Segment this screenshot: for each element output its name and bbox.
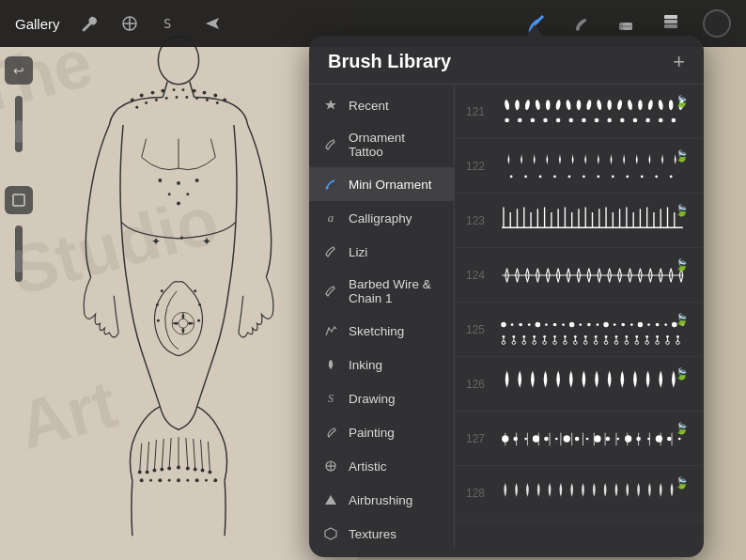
svg-point-248	[594, 435, 600, 442]
category-item-sketching[interactable]: Sketching	[309, 314, 454, 348]
svg-point-102	[616, 99, 622, 110]
lizi-icon	[322, 243, 339, 260]
svg-rect-6	[664, 24, 677, 28]
panel-caret	[525, 24, 544, 38]
brush-preview-item-121[interactable]: 121 🍃	[455, 85, 704, 139]
svg-point-26	[176, 96, 179, 99]
svg-point-120	[645, 117, 650, 122]
opacity-slider[interactable]	[15, 96, 23, 152]
svg-point-112	[543, 117, 548, 122]
svg-point-103	[627, 99, 632, 110]
svg-marker-78	[325, 100, 336, 110]
brush-panel-body: RecentOrnament TattooMini OrnamentaCalli…	[309, 85, 704, 550]
svg-point-115	[582, 117, 586, 122]
brush-leaf-icon-122: 🍃	[675, 149, 689, 163]
toolbar-left: Gallery S	[15, 10, 511, 37]
brush-preview-item-126[interactable]: 126 🍃	[455, 357, 704, 412]
svg-point-27	[185, 96, 188, 99]
modify-icon[interactable]	[117, 10, 143, 37]
svg-text:✦: ✦	[179, 234, 185, 242]
svg-line-57	[208, 442, 210, 471]
brush-leaf-icon-126: 🍃	[675, 367, 689, 381]
svg-point-256	[678, 437, 681, 440]
canvas-inner[interactable]: The Studio Art	[0, 0, 357, 560]
category-item-drawing[interactable]: SDrawing	[309, 381, 454, 415]
undo-tool[interactable]: ↩	[5, 56, 33, 85]
category-item-textures[interactable]: Textures	[309, 517, 454, 550]
svg-point-67	[208, 470, 211, 474]
svg-point-68	[140, 478, 144, 482]
svg-point-13	[140, 94, 144, 98]
svg-point-105	[647, 99, 653, 110]
drawing-icon: S	[322, 390, 339, 407]
arrow-icon[interactable]	[199, 10, 225, 37]
calligraphy-icon: a	[322, 210, 339, 226]
svg-point-109	[505, 117, 509, 122]
svg-point-16	[173, 88, 176, 91]
svg-point-92	[515, 100, 520, 110]
brush-stroke-126: 🍃	[492, 364, 692, 405]
svg-point-36	[177, 202, 180, 206]
textures-label: Textures	[349, 527, 396, 541]
smudge-tool-icon[interactable]	[567, 10, 594, 37]
svg-text:✦: ✦	[151, 235, 161, 247]
svg-line-48	[140, 443, 142, 471]
brush-leaf-icon-123: 🍃	[675, 204, 689, 217]
brush-num-124: 124	[466, 269, 492, 282]
svg-point-18	[193, 89, 196, 93]
color-picker[interactable]	[703, 9, 731, 38]
brush-leaf-icon-127: 🍃	[675, 422, 689, 435]
svg-point-126	[553, 175, 556, 178]
inking-label: Inking	[349, 358, 382, 372]
category-item-lizi[interactable]: Lizi	[309, 235, 454, 269]
category-item-recent[interactable]: Recent	[309, 88, 454, 122]
category-item-ornament-tattoo[interactable]: Ornament Tattoo	[309, 122, 454, 167]
recent-icon	[322, 97, 339, 114]
svg-point-106	[658, 99, 663, 110]
svg-line-51	[162, 439, 163, 468]
transform-icon[interactable]: S	[158, 10, 184, 37]
rect-tool[interactable]	[5, 186, 33, 214]
svg-point-17	[181, 88, 184, 91]
svg-point-44	[157, 319, 160, 322]
svg-point-128	[583, 175, 585, 178]
brush-size-slider[interactable]	[15, 226, 23, 282]
eraser-tool-icon[interactable]	[613, 10, 639, 37]
svg-point-25	[165, 97, 168, 100]
brush-preview-item-124[interactable]: 124 🍃	[455, 248, 704, 303]
brush-preview-item-127[interactable]: 127 🍃	[455, 412, 704, 466]
brush-preview-item-125[interactable]: 125 🍃	[455, 303, 704, 357]
category-item-mini-ornament[interactable]: Mini Ornament	[309, 167, 454, 201]
brush-preview-item-123[interactable]: 123 🍃	[455, 194, 704, 248]
artistic-icon	[322, 458, 339, 474]
svg-point-118	[620, 117, 625, 122]
svg-point-96	[555, 99, 561, 110]
svg-point-43	[156, 303, 159, 306]
category-item-inking[interactable]: Inking	[309, 348, 454, 381]
category-item-artistic[interactable]: Artistic	[309, 449, 454, 483]
svg-point-59	[146, 470, 149, 474]
brush-preview-item-122[interactable]: 122 🍃	[455, 139, 704, 194]
svg-point-32	[177, 181, 180, 185]
svg-point-15	[161, 89, 164, 93]
svg-point-20	[213, 94, 217, 98]
brush-preview-list: 121 🍃 122 🍃 123 🍃 124	[455, 85, 704, 550]
layers-tool-icon[interactable]	[658, 10, 684, 37]
toolbar-right	[522, 9, 731, 38]
category-item-airbrushing[interactable]: Airbrushing	[309, 483, 454, 517]
svg-point-178	[630, 323, 633, 326]
svg-point-29	[206, 99, 209, 101]
brush-panel-add-button[interactable]: +	[673, 52, 685, 72]
gallery-button[interactable]: Gallery	[15, 16, 60, 32]
category-item-painting[interactable]: Painting	[309, 415, 454, 449]
airbrushing-label: Airbrushing	[349, 493, 412, 507]
svg-line-50	[154, 440, 156, 469]
category-item-calligraphy[interactable]: aCalligraphy	[309, 201, 454, 235]
svg-point-22	[135, 106, 138, 109]
brush-preview-item-128[interactable]: 128 🍃	[455, 466, 704, 521]
category-item-barbed-wire[interactable]: Barbed Wire & Chain 1	[309, 269, 454, 314]
svg-point-14	[151, 91, 155, 95]
wrench-icon[interactable]	[75, 10, 101, 37]
svg-point-244	[555, 437, 558, 440]
svg-point-33	[195, 179, 199, 182]
